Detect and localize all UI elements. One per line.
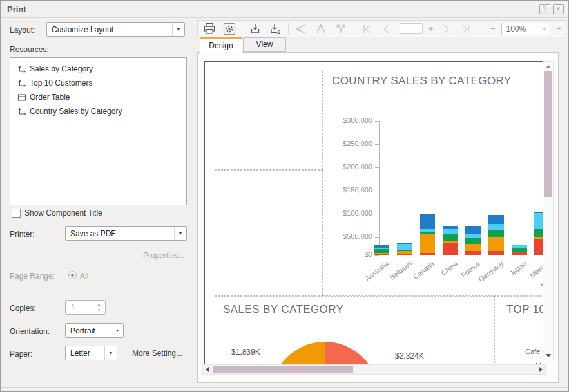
- help-button[interactable]: ?: [539, 4, 550, 14]
- tab-view[interactable]: View: [243, 37, 286, 52]
- resource-item-sales-by-category[interactable]: Sales by Category: [13, 62, 184, 76]
- y-axis-tick-label: $150,000: [323, 186, 372, 194]
- page-range-label: Page Range:: [10, 272, 55, 281]
- resources-label: Resources:: [10, 45, 49, 54]
- horizontal-scrollbar[interactable]: [202, 364, 546, 375]
- component-sales-by-category[interactable]: SALES BY CATEGORY $1,839K $2,324K: [215, 296, 494, 365]
- tab-design-label: Design: [209, 41, 233, 50]
- export-all-icon: 2: [269, 23, 282, 35]
- table-icon: [17, 93, 26, 102]
- printer-dropdown-value: Save as PDF: [70, 229, 116, 238]
- chevron-down-icon[interactable]: ▼: [104, 346, 117, 360]
- zoom-out-button[interactable]: −: [490, 24, 496, 33]
- scroll-left-button[interactable]: [203, 365, 211, 374]
- scroll-right-button[interactable]: [537, 365, 545, 374]
- bar-segment-green: [443, 234, 458, 241]
- component-country-sales-by-category[interactable]: COUNTRY SALES BY CATEGORY $300,000$250,0…: [323, 71, 546, 296]
- bar-segment-cyan: [488, 224, 504, 230]
- properties-link[interactable]: Properties...: [143, 251, 185, 260]
- chart-icon: [17, 79, 26, 88]
- resource-item-top-10-customers[interactable]: Top 10 Customers: [13, 76, 184, 90]
- horizontal-scrollbar-thumb[interactable]: [213, 366, 353, 373]
- stepper-down-icon[interactable]: ▼: [94, 308, 104, 313]
- chevron-down-icon: ▼: [538, 23, 550, 35]
- layout-dropdown-value: Customize Layout: [52, 25, 113, 34]
- copies-stepper[interactable]: 1 ▲ ▼: [65, 300, 106, 315]
- export-button[interactable]: [248, 23, 262, 35]
- dialog-titlebar: Print ? ×: [1, 1, 568, 18]
- branch-left-icon: [294, 23, 307, 35]
- first-page-button[interactable]: [360, 23, 374, 35]
- triangle-down-icon: [546, 354, 551, 357]
- stacked-bar-australia: [374, 245, 389, 255]
- page-range-all-radio[interactable]: [68, 271, 77, 279]
- stepper-up-icon[interactable]: ▲: [94, 302, 104, 308]
- scroll-up-button[interactable]: [543, 62, 553, 71]
- bar-segment-orange: [488, 237, 504, 250]
- pie-chart: [271, 342, 379, 365]
- last-page-icon: [459, 23, 472, 35]
- resource-item-order-table[interactable]: Order Table: [13, 90, 184, 104]
- page-setup-button[interactable]: [222, 23, 236, 35]
- zoom-in-button[interactable]: +: [556, 24, 561, 33]
- branch-up-button[interactable]: [314, 23, 328, 35]
- layout-cell-empty-bottom[interactable]: [215, 170, 323, 296]
- bar-segment-orange: [465, 244, 481, 251]
- bar-segment-red: [512, 252, 527, 255]
- branch-left-button[interactable]: [294, 23, 309, 35]
- branch-split-button[interactable]: [334, 23, 348, 35]
- bar-segment-red: [465, 251, 481, 255]
- y-axis-tick-label: $200,000: [323, 163, 372, 171]
- paper-label: Paper:: [10, 350, 32, 359]
- bar-segment-red: [443, 243, 458, 255]
- component-top-10[interactable]: TOP 10 Cafe C Ma: [494, 296, 546, 365]
- resources-listbox[interactable]: Sales by Category Top 10 Customers Order…: [10, 57, 187, 205]
- show-component-title-label: Show Component Title: [24, 209, 102, 218]
- y-axis-tick: [375, 121, 379, 122]
- pie-slice-label: $1,839K: [231, 348, 260, 357]
- zoom-dropdown[interactable]: 100% ▼: [501, 23, 551, 35]
- chevron-down-icon[interactable]: ▼: [172, 23, 184, 36]
- bar-segment-red: [488, 251, 504, 255]
- resource-item-label: Country Sales by Category: [30, 107, 122, 116]
- paper-dropdown[interactable]: Letter ▼: [65, 346, 117, 360]
- close-button[interactable]: ×: [553, 4, 564, 14]
- next-page-button[interactable]: [439, 23, 454, 35]
- orientation-dropdown[interactable]: Portrait ▼: [65, 323, 124, 338]
- bar-segment-blue: [465, 226, 481, 233]
- printer-dropdown[interactable]: Save as PDF ▼: [65, 226, 187, 241]
- top10-title: TOP 10: [506, 303, 545, 316]
- scroll-down-button[interactable]: [543, 351, 553, 360]
- y-axis-tick: [375, 255, 379, 256]
- bar-segment-orange: [420, 234, 435, 253]
- y-axis-tick: [375, 191, 379, 191]
- dialog-bottom-divider: [1, 387, 568, 388]
- y-axis-tick-label: $100,000: [323, 209, 372, 217]
- stacked-bar-belgium: [397, 243, 412, 255]
- copies-value: 1: [71, 303, 75, 312]
- y-axis-tick: [375, 144, 379, 145]
- toolbar-separator: [354, 23, 354, 35]
- chevron-down-icon[interactable]: ▼: [111, 324, 123, 337]
- branch-split-icon: [334, 23, 347, 35]
- stacked-bar-japan: [512, 245, 527, 255]
- export-icon: [249, 23, 262, 35]
- bar-segment-blue: [420, 214, 435, 229]
- prev-page-button[interactable]: [380, 23, 394, 35]
- resource-item-country-sales-by-category[interactable]: Country Sales by Category: [13, 104, 184, 118]
- layout-dropdown[interactable]: Customize Layout ▼: [46, 22, 185, 37]
- vertical-scrollbar-thumb[interactable]: [544, 71, 552, 197]
- chart-icon: [17, 107, 26, 117]
- show-component-title-checkbox[interactable]: [12, 209, 21, 218]
- gear-icon: [223, 23, 236, 35]
- more-setting-link[interactable]: More Setting...: [132, 349, 182, 358]
- vertical-scrollbar[interactable]: [543, 61, 554, 360]
- resource-item-label: Sales by Category: [30, 64, 93, 73]
- chevron-down-icon[interactable]: ▼: [174, 227, 186, 240]
- layout-cell-empty-top[interactable]: [215, 71, 323, 170]
- tab-design[interactable]: Design: [200, 37, 242, 53]
- page-number-input[interactable]: [400, 23, 423, 34]
- export-all-button[interactable]: 2: [268, 23, 282, 35]
- print-button[interactable]: [202, 23, 217, 35]
- last-page-button[interactable]: [459, 23, 473, 35]
